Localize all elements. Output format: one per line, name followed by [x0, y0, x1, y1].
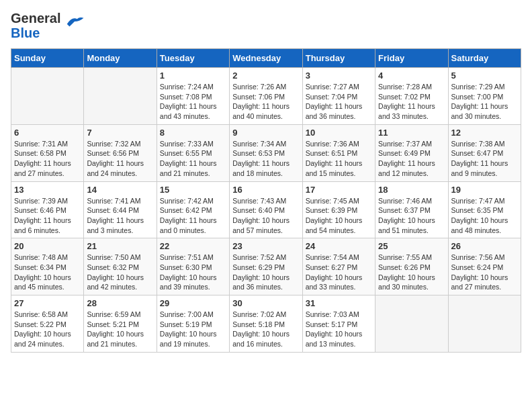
day-info: Sunrise: 7:43 AMSunset: 6:40 PMDaylight:… [232, 196, 299, 236]
day-number: 18 [378, 185, 445, 195]
calendar-table: SundayMondayTuesdayWednesdayThursdayFrid… [11, 48, 521, 353]
calendar-cell: 26Sunrise: 7:56 AMSunset: 6:24 PMDayligh… [448, 238, 521, 295]
calendar-cell: 21Sunrise: 7:50 AMSunset: 6:32 PMDayligh… [84, 238, 157, 295]
day-number: 6 [14, 128, 81, 138]
day-info: Sunrise: 7:51 AMSunset: 6:30 PMDaylight:… [160, 253, 226, 292]
day-info: Sunrise: 7:27 AMSunset: 7:04 PMDaylight:… [306, 82, 372, 122]
calendar-body: 1Sunrise: 7:24 AMSunset: 7:08 PMDaylight… [11, 68, 521, 353]
day-number: 23 [232, 241, 299, 251]
day-number: 14 [87, 185, 153, 195]
calendar-cell: 25Sunrise: 7:55 AMSunset: 6:26 PMDayligh… [375, 238, 448, 295]
day-number: 22 [160, 241, 226, 251]
day-info: Sunrise: 7:33 AMSunset: 6:55 PMDaylight:… [160, 139, 226, 179]
day-info: Sunrise: 7:41 AMSunset: 6:44 PMDaylight:… [87, 196, 153, 236]
calendar-cell: 18Sunrise: 7:46 AMSunset: 6:37 PMDayligh… [375, 181, 448, 238]
day-info: Sunrise: 7:38 AMSunset: 6:47 PMDaylight:… [451, 139, 518, 179]
header-day-monday: Monday [84, 49, 157, 68]
calendar-cell: 28Sunrise: 6:59 AMSunset: 5:21 PMDayligh… [84, 295, 157, 353]
calendar-cell: 29Sunrise: 7:00 AMSunset: 5:19 PMDayligh… [157, 295, 229, 353]
day-number: 17 [306, 185, 372, 195]
calendar-cell: 22Sunrise: 7:51 AMSunset: 6:30 PMDayligh… [157, 238, 229, 295]
day-number: 28 [87, 298, 153, 308]
calendar-header: SundayMondayTuesdayWednesdayThursdayFrid… [11, 49, 521, 68]
calendar-week-3: 13Sunrise: 7:39 AMSunset: 6:46 PMDayligh… [11, 181, 521, 238]
calendar-cell: 4Sunrise: 7:28 AMSunset: 7:02 PMDaylight… [375, 68, 448, 125]
day-number: 5 [451, 71, 518, 81]
day-info: Sunrise: 7:45 AMSunset: 6:39 PMDaylight:… [306, 196, 372, 236]
day-number: 13 [14, 185, 81, 195]
day-info: Sunrise: 7:56 AMSunset: 6:24 PMDaylight:… [451, 253, 518, 292]
calendar-week-4: 20Sunrise: 7:48 AMSunset: 6:34 PMDayligh… [11, 238, 521, 295]
page-header: General Blue [11, 11, 521, 40]
day-info: Sunrise: 7:46 AMSunset: 6:37 PMDaylight:… [378, 196, 445, 236]
calendar-cell: 14Sunrise: 7:41 AMSunset: 6:44 PMDayligh… [84, 181, 157, 238]
day-info: Sunrise: 7:54 AMSunset: 6:27 PMDaylight:… [306, 253, 372, 292]
calendar-cell: 20Sunrise: 7:48 AMSunset: 6:34 PMDayligh… [11, 238, 84, 295]
header-day-friday: Friday [375, 49, 448, 68]
calendar-cell: 8Sunrise: 7:33 AMSunset: 6:55 PMDaylight… [157, 124, 229, 181]
calendar-cell: 6Sunrise: 7:31 AMSunset: 6:58 PMDaylight… [11, 124, 84, 181]
calendar-cell: 11Sunrise: 7:37 AMSunset: 6:49 PMDayligh… [375, 124, 448, 181]
day-number: 11 [378, 128, 445, 138]
day-number: 7 [87, 128, 153, 138]
day-number: 10 [306, 128, 372, 138]
calendar-cell: 2Sunrise: 7:26 AMSunset: 7:06 PMDaylight… [230, 68, 302, 125]
day-info: Sunrise: 7:02 AMSunset: 5:18 PMDaylight:… [232, 310, 299, 349]
day-number: 15 [160, 185, 226, 195]
logo-general: General [11, 11, 60, 26]
header-day-tuesday: Tuesday [157, 49, 229, 68]
calendar-cell: 23Sunrise: 7:52 AMSunset: 6:29 PMDayligh… [230, 238, 302, 295]
day-info: Sunrise: 6:59 AMSunset: 5:21 PMDaylight:… [87, 310, 153, 349]
calendar-cell: 17Sunrise: 7:45 AMSunset: 6:39 PMDayligh… [302, 181, 375, 238]
calendar-cell: 7Sunrise: 7:32 AMSunset: 6:56 PMDaylight… [84, 124, 157, 181]
day-number: 20 [14, 241, 81, 251]
calendar-week-5: 27Sunrise: 6:58 AMSunset: 5:22 PMDayligh… [11, 295, 521, 353]
day-info: Sunrise: 7:32 AMSunset: 6:56 PMDaylight:… [87, 139, 153, 179]
day-info: Sunrise: 7:47 AMSunset: 6:35 PMDaylight:… [451, 196, 518, 236]
day-number: 1 [160, 71, 226, 81]
day-info: Sunrise: 7:03 AMSunset: 5:17 PMDaylight:… [306, 310, 372, 349]
day-number: 25 [378, 241, 445, 251]
day-number: 9 [232, 128, 299, 138]
logo: General Blue [11, 11, 85, 40]
logo-blue: Blue [11, 26, 40, 40]
day-info: Sunrise: 6:58 AMSunset: 5:22 PMDaylight:… [14, 310, 81, 349]
day-number: 29 [160, 298, 226, 308]
calendar-cell: 10Sunrise: 7:36 AMSunset: 6:51 PMDayligh… [302, 124, 375, 181]
calendar-week-1: 1Sunrise: 7:24 AMSunset: 7:08 PMDaylight… [11, 68, 521, 125]
day-info: Sunrise: 7:48 AMSunset: 6:34 PMDaylight:… [14, 253, 81, 292]
day-number: 12 [451, 128, 518, 138]
logo-bird-icon [64, 11, 85, 32]
day-info: Sunrise: 7:50 AMSunset: 6:32 PMDaylight:… [87, 253, 153, 292]
calendar-cell: 16Sunrise: 7:43 AMSunset: 6:40 PMDayligh… [230, 181, 302, 238]
day-number: 3 [306, 71, 372, 81]
day-number: 27 [14, 298, 81, 308]
day-number: 21 [87, 241, 153, 251]
day-info: Sunrise: 7:34 AMSunset: 6:53 PMDaylight:… [232, 139, 299, 179]
calendar-cell: 15Sunrise: 7:42 AMSunset: 6:42 PMDayligh… [157, 181, 229, 238]
header-day-saturday: Saturday [448, 49, 521, 68]
calendar-cell: 1Sunrise: 7:24 AMSunset: 7:08 PMDaylight… [157, 68, 229, 125]
day-info: Sunrise: 7:52 AMSunset: 6:29 PMDaylight:… [232, 253, 299, 292]
calendar-cell: 27Sunrise: 6:58 AMSunset: 5:22 PMDayligh… [11, 295, 84, 353]
day-info: Sunrise: 7:24 AMSunset: 7:08 PMDaylight:… [160, 82, 226, 122]
day-info: Sunrise: 7:00 AMSunset: 5:19 PMDaylight:… [160, 310, 226, 349]
day-info: Sunrise: 7:39 AMSunset: 6:46 PMDaylight:… [14, 196, 81, 236]
day-info: Sunrise: 7:26 AMSunset: 7:06 PMDaylight:… [232, 82, 299, 122]
calendar-cell: 24Sunrise: 7:54 AMSunset: 6:27 PMDayligh… [302, 238, 375, 295]
day-number: 2 [232, 71, 299, 81]
header-day-thursday: Thursday [302, 49, 375, 68]
day-info: Sunrise: 7:42 AMSunset: 6:42 PMDaylight:… [160, 196, 226, 236]
day-info: Sunrise: 7:31 AMSunset: 6:58 PMDaylight:… [14, 139, 81, 179]
day-number: 8 [160, 128, 226, 138]
day-number: 24 [306, 241, 372, 251]
calendar-cell [448, 295, 521, 353]
header-row: SundayMondayTuesdayWednesdayThursdayFrid… [11, 49, 521, 68]
calendar-cell [11, 68, 84, 125]
header-day-sunday: Sunday [11, 49, 84, 68]
day-number: 31 [306, 298, 372, 308]
day-info: Sunrise: 7:55 AMSunset: 6:26 PMDaylight:… [378, 253, 445, 292]
calendar-cell: 19Sunrise: 7:47 AMSunset: 6:35 PMDayligh… [448, 181, 521, 238]
calendar-cell [375, 295, 448, 353]
calendar-cell [84, 68, 157, 125]
